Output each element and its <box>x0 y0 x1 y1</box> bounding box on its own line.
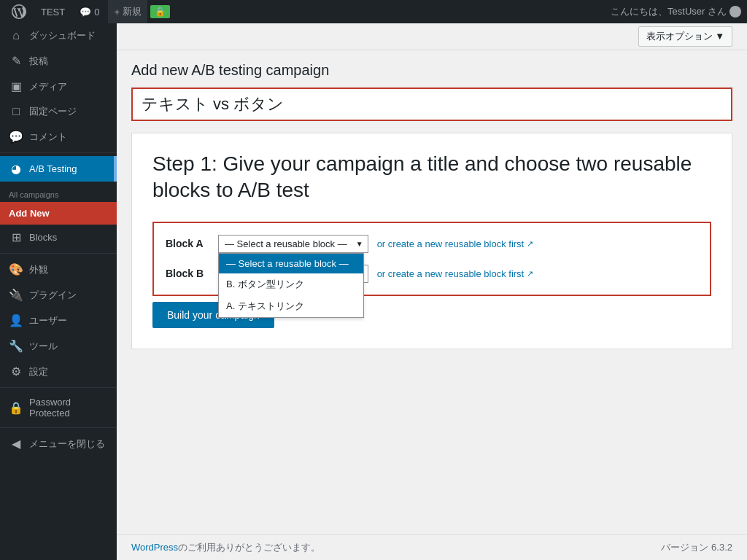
sidebar-item-tools[interactable]: 🔧 ツール <box>0 333 117 359</box>
appearance-icon: 🎨 <box>9 262 23 276</box>
block-a-create-link[interactable]: or create a new reusable block first ↗ <box>377 238 534 249</box>
dropdown-option-text-link[interactable]: A. テキストリンク <box>219 295 363 317</box>
dropdown-option-placeholder[interactable]: — Select a reusable block — <box>219 254 363 273</box>
security-badge: 🔒 <box>150 5 170 18</box>
sidebar-item-blocks[interactable]: ⊞ Blocks <box>0 225 117 250</box>
block-b-create-link[interactable]: or create a new reusable block first ↗ <box>377 268 534 279</box>
sidebar-item-add-new[interactable]: Add New <box>0 202 117 225</box>
main-content: 表示オプション ▼ Add new A/B testing campaign S… <box>117 23 747 560</box>
user-info: こんにちは、TestUser さん <box>611 5 741 18</box>
sidebar-item-media[interactable]: ▣ メディア <box>0 74 117 99</box>
block-a-select-value: — Select a reusable block — <box>225 238 347 249</box>
password-icon: 🔒 <box>9 401 23 415</box>
sidebar: ⌂ ダッシュボード ✎ 投稿 ▣ メディア □ 固定ページ 💬 コメント ◕ A… <box>0 23 117 560</box>
sidebar-item-collapse[interactable]: ◀ メニューを閉じる <box>0 431 117 456</box>
footer-thanks: WordPressのご利用ありがとうございます。 <box>131 541 320 554</box>
posts-icon: ✎ <box>9 54 23 68</box>
ab-testing-icon: ◕ <box>9 162 23 176</box>
step-box: Step 1: Give your campaign a title and c… <box>131 133 732 349</box>
sidebar-item-posts[interactable]: ✎ 投稿 <box>0 48 117 74</box>
sidebar-item-appearance[interactable]: 🎨 外観 <box>0 257 117 282</box>
comments-icon: 💬 <box>9 130 23 144</box>
external-link-b-icon: ↗ <box>527 269 533 279</box>
users-icon: 👤 <box>9 314 23 327</box>
sidebar-item-pages[interactable]: □ 固定ページ <box>0 99 117 124</box>
avatar <box>729 6 741 18</box>
select-a-arrow-icon: ▼ <box>356 240 363 248</box>
blocks-icon: ⊞ <box>9 230 23 244</box>
external-link-a-icon: ↗ <box>527 239 533 249</box>
sidebar-item-users[interactable]: 👤 ユーザー <box>0 308 117 333</box>
footer-version: バージョン 6.3.2 <box>661 541 732 554</box>
wp-logo[interactable] <box>6 0 32 23</box>
block-a-label: Block A <box>166 238 209 249</box>
menu-separator-1 <box>0 152 117 153</box>
collapse-icon: ◀ <box>9 437 23 451</box>
page-wrap: Add new A/B testing campaign Step 1: Giv… <box>117 50 747 534</box>
pages-icon: □ <box>9 105 23 118</box>
footer: WordPressのご利用ありがとうございます。 バージョン 6.3.2 <box>117 534 747 560</box>
media-icon: ▣ <box>9 79 23 93</box>
sidebar-item-ab-testing[interactable]: ◕ A/B Testing <box>0 156 117 182</box>
dashboard-icon: ⌂ <box>9 29 23 42</box>
sidebar-item-plugins[interactable]: 🔌 プラグイン <box>0 282 117 308</box>
screen-options-button[interactable]: 表示オプション ▼ <box>638 26 732 47</box>
site-name[interactable]: TEST <box>35 0 71 23</box>
settings-icon: ⚙ <box>9 365 23 378</box>
sidebar-item-settings[interactable]: ⚙ 設定 <box>0 359 117 384</box>
all-campaigns-label: All campaigns <box>0 182 117 202</box>
plugins-icon: 🔌 <box>9 288 23 302</box>
block-a-row: Block A — Select a reusable block — ▼ — … <box>166 235 698 253</box>
footer-wp-link[interactable]: WordPress <box>131 542 178 553</box>
block-a-dropdown-container: — Select a reusable block — ▼ — Select a… <box>218 235 368 253</box>
campaign-title-input[interactable] <box>131 88 732 121</box>
sidebar-item-dashboard[interactable]: ⌂ ダッシュボード <box>0 23 117 48</box>
menu-separator-3 <box>0 387 117 388</box>
block-b-label: Block B <box>166 268 209 279</box>
menu-separator-2 <box>0 253 117 254</box>
step-heading: Step 1: Give your campaign a title and c… <box>152 151 711 204</box>
sidebar-item-password-protected[interactable]: 🔒 Password Protected <box>0 391 117 424</box>
page-title: Add new A/B testing campaign <box>131 62 732 79</box>
screen-options-bar: 表示オプション ▼ <box>117 23 747 50</box>
menu-separator-4 <box>0 427 117 428</box>
comments-icon-btn[interactable]: 💬 0 <box>74 0 105 23</box>
block-a-dropdown: — Select a reusable block — B. ボタン型リンク A… <box>218 253 364 318</box>
dropdown-option-button-link[interactable]: B. ボタン型リンク <box>219 273 363 295</box>
admin-bar: TEST 💬 0 + 新規 🔒 こんにちは、TestUser さん <box>0 0 747 23</box>
tools-icon: 🔧 <box>9 339 23 353</box>
block-a-select-wrapper[interactable]: — Select a reusable block — ▼ <box>218 235 368 253</box>
block-form: Block A — Select a reusable block — ▼ — … <box>152 222 711 296</box>
sidebar-item-comments[interactable]: 💬 コメント <box>0 124 117 149</box>
new-content-button[interactable]: + 新規 <box>108 0 147 23</box>
